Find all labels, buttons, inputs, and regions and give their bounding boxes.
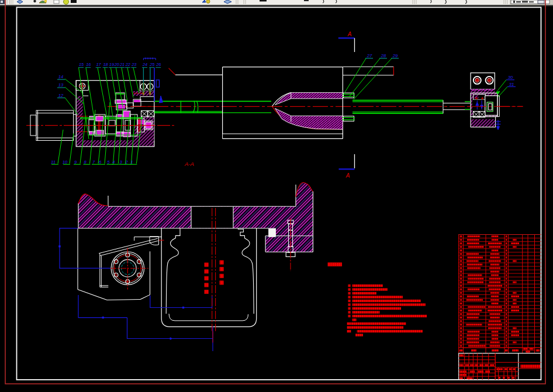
svg-text:21: 21 [119, 62, 125, 67]
svg-text:19: 19 [109, 62, 114, 67]
svg-text:10: 10 [63, 159, 68, 165]
svg-text:2: 2 [125, 159, 128, 165]
svg-text:22: 22 [125, 62, 130, 67]
svg-text:13: 13 [58, 82, 64, 88]
svg-text:28: 28 [381, 53, 386, 58]
svg-text:4: 4 [112, 159, 115, 165]
svg-text:A-A: A-A [184, 161, 194, 167]
svg-text:26: 26 [155, 62, 161, 67]
svg-text:25: 25 [149, 62, 155, 67]
svg-text:11: 11 [51, 159, 56, 165]
svg-text:A: A [345, 172, 350, 179]
svg-text:1: 1 [130, 159, 133, 165]
svg-text:18: 18 [103, 62, 108, 67]
svg-text:14: 14 [58, 74, 63, 79]
svg-text:17: 17 [96, 62, 102, 67]
svg-text:15: 15 [79, 62, 84, 67]
svg-text:16: 16 [86, 62, 91, 67]
svg-text:24: 24 [142, 62, 147, 67]
svg-text:20: 20 [114, 62, 119, 67]
svg-text:23: 23 [131, 62, 136, 67]
svg-text:30: 30 [508, 75, 513, 80]
svg-text:27: 27 [367, 53, 372, 58]
svg-text:12: 12 [58, 93, 64, 98]
svg-text:29: 29 [392, 53, 398, 58]
svg-text:31: 31 [509, 82, 514, 87]
svg-text:A: A [347, 31, 352, 37]
